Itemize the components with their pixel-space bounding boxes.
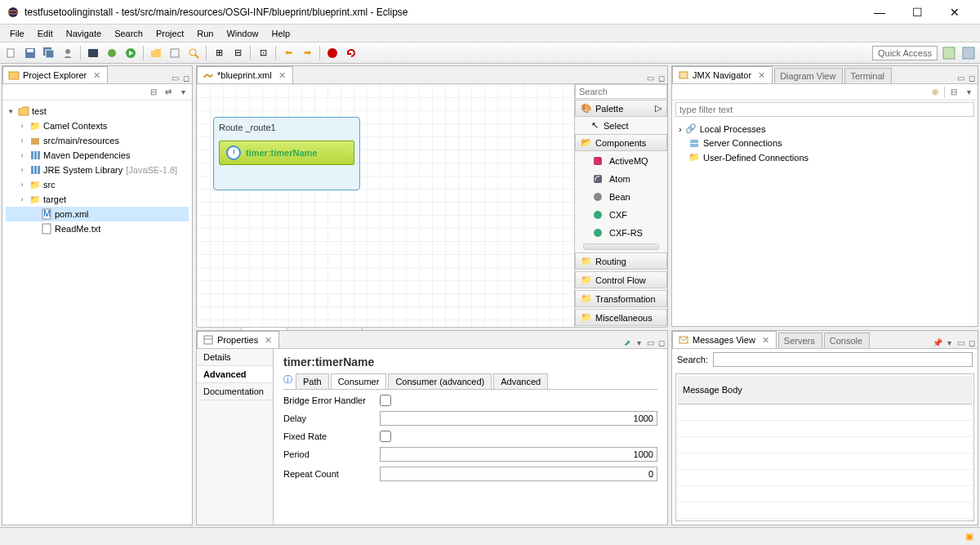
- minimize-pane-icon[interactable]: ▭: [644, 337, 656, 348]
- link-editor-icon[interactable]: ⇄: [163, 87, 174, 98]
- forward-icon[interactable]: ➡: [299, 45, 315, 61]
- close-tab-icon[interactable]: ✕: [265, 335, 272, 346]
- tab-terminal[interactable]: Terminal: [844, 68, 892, 83]
- props-section-documentation[interactable]: Documentation: [197, 383, 273, 400]
- search-icon[interactable]: [185, 45, 202, 61]
- palette-drawer-components[interactable]: 📂Components: [575, 134, 667, 151]
- tree-project-root[interactable]: test: [32, 106, 47, 116]
- layout-icon[interactable]: ⊟: [229, 45, 246, 61]
- maximize-pane-icon[interactable]: ◻: [966, 72, 978, 83]
- menu-file[interactable]: File: [3, 27, 31, 40]
- jmx-item-local[interactable]: ›🔗Local Processes: [675, 122, 974, 136]
- tab-servers[interactable]: Servers: [778, 333, 822, 348]
- tree-item-pom[interactable]: pom.xml: [55, 209, 89, 219]
- close-tab-icon[interactable]: ✕: [762, 335, 769, 346]
- add-server-icon[interactable]: ⊕: [929, 87, 941, 98]
- messages-col-header[interactable]: Message Body: [678, 376, 972, 404]
- props-section-details[interactable]: Details: [197, 349, 273, 366]
- view-menu-icon[interactable]: ▾: [177, 87, 189, 98]
- input-repeat-count[interactable]: [380, 467, 657, 481]
- close-tab-icon[interactable]: ✕: [758, 70, 765, 81]
- auto-layout-icon[interactable]: ⊡: [255, 45, 271, 61]
- input-period[interactable]: [380, 447, 657, 462]
- pin-icon[interactable]: 📌: [932, 337, 943, 348]
- view-menu-icon[interactable]: ▾: [963, 87, 974, 98]
- close-button[interactable]: ✕: [936, 0, 973, 25]
- maximize-button[interactable]: ☐: [898, 0, 936, 25]
- terminal-icon[interactable]: [85, 45, 101, 61]
- perspective-fuse-icon[interactable]: [941, 45, 957, 61]
- tab-console[interactable]: Console: [824, 333, 870, 348]
- refresh-icon[interactable]: [343, 45, 359, 61]
- user-icon[interactable]: [60, 45, 76, 61]
- props-section-advanced[interactable]: Advanced: [197, 366, 273, 383]
- save-icon[interactable]: [22, 45, 38, 61]
- back-icon[interactable]: ⬅: [280, 45, 296, 61]
- close-tab-icon[interactable]: ✕: [278, 70, 286, 81]
- maximize-pane-icon[interactable]: ◻: [966, 337, 978, 348]
- tab-diagram-view[interactable]: Diagram View: [774, 68, 843, 83]
- tab-blueprint[interactable]: *blueprint.xml ✕: [197, 66, 293, 83]
- palette-item-activemq[interactable]: ActiveMQ: [575, 152, 667, 170]
- route-container[interactable]: Route _route1 timer:timerName: [213, 117, 360, 190]
- menu-run[interactable]: Run: [190, 27, 220, 40]
- menu-project[interactable]: Project: [149, 27, 190, 40]
- perspective-jee-icon[interactable]: [960, 45, 977, 61]
- minimize-button[interactable]: —: [861, 0, 898, 25]
- route-canvas[interactable]: Route _route1 timer:timerName: [197, 84, 574, 327]
- tab-properties[interactable]: Properties ✕: [197, 331, 279, 348]
- palette-item-cxfrs[interactable]: CXF-RS: [575, 224, 667, 242]
- palette-drawer-misc[interactable]: 📁Miscellaneous: [575, 309, 667, 326]
- tree-item[interactable]: JRE System Library: [43, 165, 122, 175]
- open-type-icon[interactable]: [167, 45, 183, 61]
- subtab-path[interactable]: Path: [296, 373, 329, 389]
- new-tab-icon[interactable]: ⬈: [621, 337, 633, 348]
- palette-item-atom[interactable]: Atom: [575, 170, 667, 188]
- minimize-pane-icon[interactable]: ▭: [955, 72, 966, 83]
- tab-messages-view[interactable]: Messages View ✕: [672, 331, 777, 348]
- tree-item[interactable]: Maven Dependencies: [43, 150, 130, 160]
- maximize-pane-icon[interactable]: ◻: [180, 72, 192, 83]
- palette-drawer-controlflow[interactable]: 📁Control Flow: [575, 271, 667, 288]
- project-tree[interactable]: ▾test ›📁Camel Contexts ›src/main/resourc…: [2, 101, 192, 525]
- palette-item-cxf[interactable]: CXF: [575, 206, 667, 224]
- messages-table[interactable]: Message Body: [675, 373, 974, 521]
- palette-drawer-transformation[interactable]: 📁Transformation: [575, 290, 667, 307]
- menu-window[interactable]: Window: [220, 27, 265, 40]
- menu-help[interactable]: Help: [265, 27, 297, 40]
- jboss-icon[interactable]: [324, 45, 341, 61]
- run-icon[interactable]: [122, 45, 139, 61]
- tab-jmx-navigator[interactable]: JMX Navigator ✕: [672, 66, 773, 83]
- jmx-item-user[interactable]: 📁User-Defined Connections: [675, 150, 974, 164]
- tree-item[interactable]: src/main/resources: [43, 136, 119, 145]
- menu-edit[interactable]: Edit: [31, 27, 60, 40]
- checkbox-bridge-error-handler[interactable]: [380, 395, 391, 406]
- subtab-advanced[interactable]: Advanced: [493, 373, 548, 389]
- new-folder-icon[interactable]: [148, 45, 164, 61]
- maximize-pane-icon[interactable]: ◻: [656, 72, 667, 83]
- palette-drawer-routing[interactable]: 📁Routing: [575, 252, 667, 270]
- maximize-pane-icon[interactable]: ◻: [656, 337, 667, 348]
- toggle-auto-layout-icon[interactable]: ⊞: [211, 45, 227, 61]
- new-icon[interactable]: [3, 45, 20, 61]
- view-menu-icon[interactable]: ▾: [633, 337, 644, 348]
- palette-item-bean[interactable]: Bean: [575, 188, 667, 206]
- menu-search[interactable]: Search: [108, 27, 149, 40]
- subtab-consumer[interactable]: Consumer: [331, 373, 387, 389]
- tab-project-explorer[interactable]: Project Explorer ✕: [2, 66, 108, 83]
- palette-select-tool[interactable]: ↖Select: [575, 118, 667, 133]
- minimize-pane-icon[interactable]: ▭: [169, 72, 180, 83]
- jmx-item-server[interactable]: Server Connections: [675, 136, 974, 150]
- timer-node[interactable]: timer:timerName: [219, 141, 354, 165]
- tree-item[interactable]: ReadMe.txt: [55, 224, 100, 234]
- minimize-pane-icon[interactable]: ▭: [955, 337, 966, 348]
- palette-search[interactable]: [575, 84, 667, 99]
- debug-icon[interactable]: [104, 45, 120, 61]
- tree-item[interactable]: target: [43, 194, 66, 204]
- palette-scrollbar[interactable]: [583, 243, 659, 250]
- collapse-all-icon[interactable]: ⊟: [948, 87, 960, 98]
- palette-title-bar[interactable]: 🎨Palette▷: [575, 100, 667, 117]
- checkbox-fixed-rate[interactable]: [380, 431, 391, 442]
- subtab-consumer-advanced[interactable]: Consumer (advanced): [388, 373, 492, 389]
- quick-access-field[interactable]: Quick Access: [872, 46, 938, 60]
